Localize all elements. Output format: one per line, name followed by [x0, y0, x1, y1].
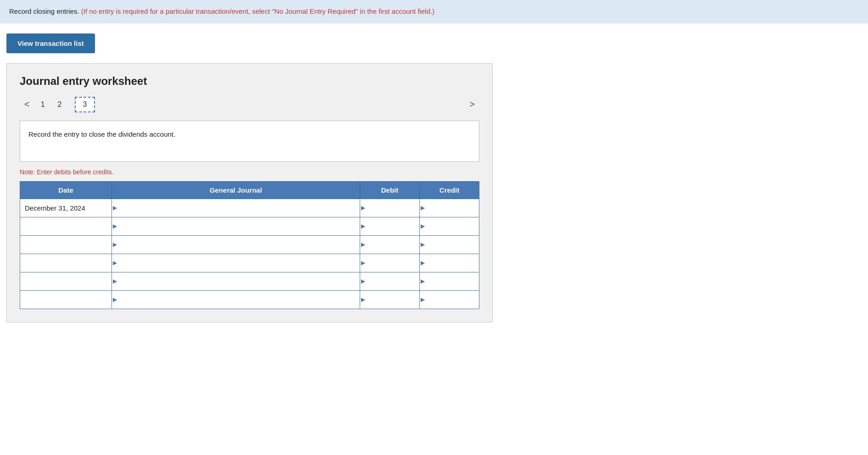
credit-cell-2[interactable]: ▶ [420, 235, 479, 254]
general-journal-cell-5[interactable]: ▶ [112, 290, 360, 309]
credit-cell-5[interactable]: ▶ [420, 290, 479, 309]
nav-prev-button[interactable]: < [20, 97, 34, 111]
nav-next-button[interactable]: > [465, 97, 479, 111]
col-header-credit: Credit [420, 181, 479, 199]
instruction-bar: Record closing entries. (If no entry is … [0, 0, 868, 23]
page-3-active[interactable]: 3 [75, 97, 95, 112]
general-journal-input-0[interactable] [112, 199, 360, 217]
debit-input-2[interactable] [360, 236, 419, 254]
table-row: ▶▶▶ [20, 254, 479, 272]
debit-cell-1[interactable]: ▶ [360, 217, 420, 235]
credit-input-3[interactable] [420, 254, 479, 272]
col-header-date: Date [20, 181, 112, 199]
description-text: Record the entry to close the dividends … [28, 130, 175, 138]
description-box: Record the entry to close the dividends … [20, 121, 479, 162]
debit-cell-2[interactable]: ▶ [360, 235, 420, 254]
view-transaction-list-button[interactable]: View transaction list [6, 33, 95, 53]
debit-cell-3[interactable]: ▶ [360, 254, 420, 272]
debit-input-1[interactable] [360, 217, 419, 235]
table-row: December 31, 2024▶▶▶ [20, 199, 479, 217]
table-row: ▶▶▶ [20, 272, 479, 290]
credit-cell-1[interactable]: ▶ [420, 217, 479, 235]
credit-cell-4[interactable]: ▶ [420, 272, 479, 290]
date-cell-5 [20, 290, 112, 309]
general-journal-input-5[interactable] [112, 291, 360, 309]
date-cell-4 [20, 272, 112, 290]
col-header-debit: Debit [360, 181, 420, 199]
debit-input-0[interactable] [360, 199, 419, 217]
general-journal-input-3[interactable] [112, 254, 360, 272]
general-journal-cell-3[interactable]: ▶ [112, 254, 360, 272]
debit-cell-5[interactable]: ▶ [360, 290, 420, 309]
instruction-text: Record closing entries. [9, 7, 79, 15]
credit-input-4[interactable] [420, 272, 479, 290]
page-navigation: < 1 2 3 > [20, 97, 479, 112]
credit-input-2[interactable] [420, 236, 479, 254]
credit-cell-0[interactable]: ▶ [420, 199, 479, 217]
general-journal-cell-4[interactable]: ▶ [112, 272, 360, 290]
table-row: ▶▶▶ [20, 290, 479, 309]
instruction-red-text: (If no entry is required for a particula… [79, 7, 434, 15]
credit-input-0[interactable] [420, 199, 479, 217]
general-journal-cell-0[interactable]: ▶ [112, 199, 360, 217]
general-journal-cell-2[interactable]: ▶ [112, 235, 360, 254]
col-header-general-journal: General Journal [112, 181, 360, 199]
credit-input-1[interactable] [420, 217, 479, 235]
general-journal-input-2[interactable] [112, 236, 360, 254]
table-row: ▶▶▶ [20, 217, 479, 235]
worksheet-container: Journal entry worksheet < 1 2 3 > Record… [6, 63, 493, 322]
general-journal-input-1[interactable] [112, 217, 360, 235]
debit-cell-4[interactable]: ▶ [360, 272, 420, 290]
page-1[interactable]: 1 [41, 100, 45, 109]
date-cell-0: December 31, 2024 [20, 199, 112, 217]
journal-table: Date General Journal Debit Credit Decemb… [20, 181, 479, 309]
date-cell-2 [20, 235, 112, 254]
credit-cell-3[interactable]: ▶ [420, 254, 479, 272]
general-journal-input-4[interactable] [112, 272, 360, 290]
page-2[interactable]: 2 [58, 100, 62, 109]
date-cell-3 [20, 254, 112, 272]
debit-cell-0[interactable]: ▶ [360, 199, 420, 217]
table-row: ▶▶▶ [20, 235, 479, 254]
note-text: Note: Enter debits before credits. [20, 168, 479, 176]
general-journal-cell-1[interactable]: ▶ [112, 217, 360, 235]
debit-input-5[interactable] [360, 291, 419, 309]
debit-input-4[interactable] [360, 272, 419, 290]
credit-input-5[interactable] [420, 291, 479, 309]
date-cell-1 [20, 217, 112, 235]
debit-input-3[interactable] [360, 254, 419, 272]
worksheet-title: Journal entry worksheet [20, 75, 479, 88]
